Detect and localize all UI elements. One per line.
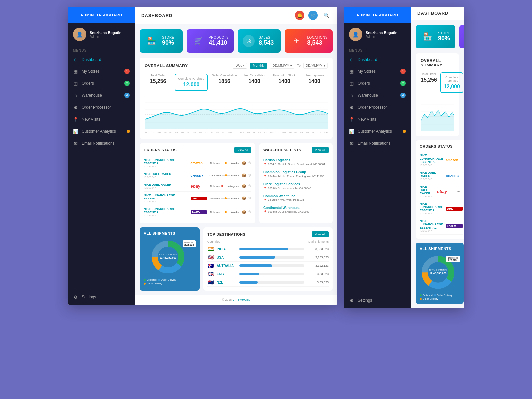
shipments-section-2: ALL SHIPMENTS TOTAL SHIPMENTS 12,45,333,… xyxy=(416,243,464,304)
warehouse-view-all-btn[interactable]: View All xyxy=(312,147,329,153)
topbar-title-2: DASHBOARD xyxy=(417,11,449,16)
chart-label: Th xyxy=(289,131,292,134)
dest-name-india: INDIA xyxy=(217,247,237,251)
chart-label: Th xyxy=(247,131,250,134)
sidebar-nav: ⊙ Dashboard ▦ My Stores 1 ◫ Orders 2 ⌂ W… xyxy=(68,54,135,282)
order-product-id-2: ID:383247 xyxy=(420,164,443,167)
chart-label: Tu xyxy=(151,131,154,134)
summary-title-2: OVERALL SUMMARY xyxy=(421,58,454,67)
clock-icon: ⏱ xyxy=(248,210,251,214)
destination-row-eng: 🇬🇧 ENG 3,33,023 xyxy=(207,270,329,278)
summary-stats-row: Total Order 15,256 Complete Purchase 12,… xyxy=(145,74,328,91)
sidebar-item-warehouse-2[interactable]: ⌂ Warehouse 4 xyxy=(344,89,411,101)
sidebar-item-my-stores[interactable]: ▦ My Stores 1 xyxy=(68,66,135,77)
sidebar-item-visits-2[interactable]: 📍 New Visits xyxy=(344,113,411,125)
analytics-icon-2: 📊 xyxy=(349,129,354,134)
order-icons: 📦 ⏱ xyxy=(242,196,251,200)
chart-label: We xyxy=(199,131,202,134)
order-product: NIKE DUEL RACER ID:383247 xyxy=(144,172,188,179)
order-row-2: NIKE LUNARCHARGE ESSENTIAL ID:383247 DHL xyxy=(420,200,463,217)
bell-icon-button[interactable]: 🔔 xyxy=(295,11,304,20)
dest-name-usa: USA xyxy=(217,256,237,259)
date-from-filter[interactable]: DD/MM/YY ▾ xyxy=(270,63,294,69)
sidebar-item-new-visits[interactable]: 📍 New Visits xyxy=(68,113,135,125)
orders-section-2: ORDERS STATUS NIKE LUNARCHARGE ESSENTIAL… xyxy=(416,140,464,239)
sidebar-item-orders[interactable]: ◫ Orders 2 xyxy=(68,77,135,89)
order-icons: 📦 ⏱ xyxy=(242,173,251,178)
sidebar-item-customer-analytics[interactable]: 📊 Customer Analytics xyxy=(68,125,135,137)
stores-badge: 1 xyxy=(124,69,130,74)
order-row: NIKE DUEL RACER ID:383247 CHASE ● Califo… xyxy=(144,170,251,181)
cart-icon-button[interactable]: 🛒 xyxy=(308,11,318,20)
chart-label: We xyxy=(324,131,328,134)
sidebar-item-label: Orders xyxy=(82,81,94,86)
products-stat-info: PRODUCTS 41,410 xyxy=(209,36,229,46)
store-label: STORE xyxy=(162,36,174,39)
sidebar-label-2: New Visits xyxy=(358,117,376,122)
chart-label: Mo xyxy=(270,131,273,134)
chart-label: Tu xyxy=(318,131,321,134)
chart-label: Th xyxy=(163,131,166,134)
sidebar-settings-2[interactable]: ⚙ Settings xyxy=(344,293,411,308)
store-value: 90% xyxy=(162,39,174,46)
locations-stat-info: LOCATIONS 8,543 xyxy=(307,36,328,46)
destinations-view-all-btn[interactable]: View All xyxy=(312,231,329,237)
sidebar-item-warehouse[interactable]: ⌂ Warehouse 4 xyxy=(68,89,135,101)
filter-week-btn[interactable]: Week xyxy=(233,63,247,69)
search-icon-button[interactable]: 🔍 xyxy=(322,11,331,20)
legend-label-2: Out of Delivery xyxy=(423,298,438,300)
order-product-id-2: ID:383247 xyxy=(420,178,443,181)
chart-label: We xyxy=(157,131,161,134)
legend-dot-green-2 xyxy=(420,294,422,296)
chart-label: Fr xyxy=(211,131,213,134)
order-product: NIKE LUNARCHARGE ESSENTIAL ID:383247 xyxy=(144,207,188,217)
sidebar-item-order-processor[interactable]: ⚙ Order Processor xyxy=(68,101,135,113)
legend-label: Out of Delivery xyxy=(161,279,176,281)
chevron-down-icon-2: ▾ xyxy=(324,64,325,67)
orders-title-2: ORDERS STATUS xyxy=(420,144,453,148)
order-merchant-ebay: ebay xyxy=(191,184,207,189)
stat-complete-2: Complete Purchase 12,000 xyxy=(440,72,463,93)
dest-value-usa: 3,133,023 xyxy=(307,256,329,259)
route-from: Alabama xyxy=(210,197,220,200)
sidebar-item-email-2[interactable]: ✉ Email Notifications xyxy=(344,137,411,149)
clock-icon: ⏱ xyxy=(248,173,251,178)
sidebar-item-email-notifications[interactable]: ✉ Email Notifications xyxy=(68,137,135,149)
date-to-filter[interactable]: DD/MM/YY ▾ xyxy=(303,63,328,69)
route-from-2: Ala... xyxy=(456,190,462,193)
order-merchant-fedex: FedEx xyxy=(191,210,207,214)
sidebar-divider xyxy=(68,286,135,286)
sidebar-item-label: Email Notifications xyxy=(82,141,115,146)
sidebar-item-stores-2[interactable]: ▦ My Stores 1 xyxy=(344,66,411,77)
order-merchant-dhl: DHL xyxy=(191,197,207,200)
processor-icon: ⚙ xyxy=(73,105,78,110)
order-row-2: NIKE DUEL RACER ID:383247 CHASE ● xyxy=(420,169,463,183)
merchant-2: FedEx xyxy=(446,224,463,228)
chart-label: We xyxy=(282,131,286,134)
sidebar-item-orders-2[interactable]: ◫ Orders 2 xyxy=(344,77,411,89)
sidebar-profile-2: 👤 Snezhana Bogatin Admin xyxy=(344,23,411,46)
clock-icon: ⏱ xyxy=(248,196,251,200)
chevron-down-icon: ▾ xyxy=(290,64,292,67)
sidebar-item-dashboard-2[interactable]: ⊙ Dashboard xyxy=(344,54,411,66)
chart-label: Mo xyxy=(145,131,148,134)
stat-user-inquiries: User Inquaries 1400 xyxy=(301,74,328,91)
address-text: 855 8th St. Lawrenceville, GA 30043 xyxy=(268,187,311,190)
products-value: 41,410 xyxy=(209,39,229,46)
store-icon: 🏪 xyxy=(145,34,158,48)
legend-dot-orange-2 xyxy=(420,298,422,300)
order-product-name: NIKE LUNARCHARGE ESSENTIAL xyxy=(144,158,188,165)
order-product: NIKE LUNARCHARGE ESSENTIAL ID:383247 xyxy=(144,194,188,203)
route-to: Alaska xyxy=(231,174,239,177)
sidebar-settings[interactable]: ⚙ Settings xyxy=(68,289,135,305)
stat-item-out-of-stock: Item out of Stock 1400 xyxy=(271,74,298,91)
sidebar-item-processor-2[interactable]: ⚙ Order Processor xyxy=(344,101,411,113)
order-product-name-2: NIKE LUNARCHARGE ESSENTIAL xyxy=(420,219,443,229)
sidebar-item-analytics-2[interactable]: 📊 Customer Analytics xyxy=(344,125,411,137)
profile-name-2: Snezhana Bogatin xyxy=(366,31,397,35)
filter-monthly-btn[interactable]: Monthly xyxy=(250,63,267,69)
stat-card-store-2: 🏪 STORE 90% xyxy=(416,25,455,48)
main-content: DASHBOARD 🔔 🛒 🔍 🏪 STORE 90% 🛒 PRODUCTS xyxy=(135,7,337,305)
sidebar-item-dashboard[interactable]: ⊙ Dashboard xyxy=(68,54,135,66)
orders-view-all-btn[interactable]: View All xyxy=(234,147,251,153)
